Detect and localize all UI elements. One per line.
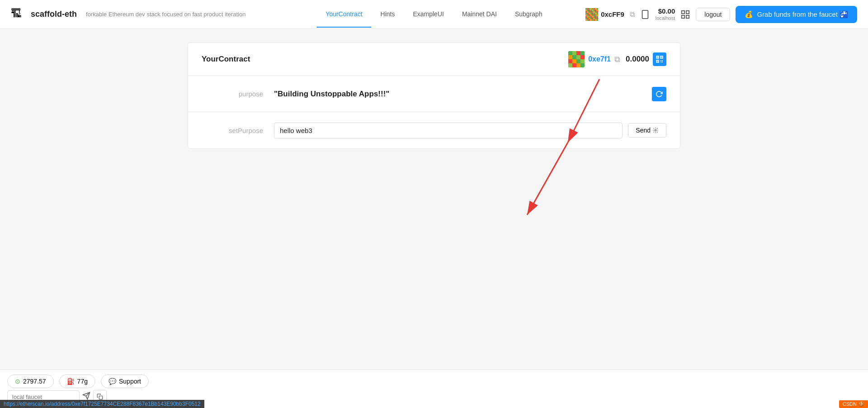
header-right: 0xcFF9 ⧉ $0.00 localhost logout 💰 Grab f… xyxy=(585,6,857,23)
nav-item-subgraph[interactable]: Subgraph xyxy=(506,1,552,28)
svg-rect-50 xyxy=(589,18,590,19)
svg-rect-33 xyxy=(587,14,589,16)
svg-rect-85 xyxy=(568,63,572,67)
svg-rect-95 xyxy=(660,60,661,61)
svg-rect-41 xyxy=(587,16,589,18)
contract-qr-button[interactable] xyxy=(653,52,666,66)
svg-rect-80 xyxy=(580,55,585,59)
purpose-label: purpose xyxy=(202,90,274,98)
svg-rect-44 xyxy=(592,16,594,18)
status-url: https://etherscan.io/address/0xe7f1725E7… xyxy=(4,401,201,407)
svg-rect-19 xyxy=(590,11,592,13)
svg-rect-69 xyxy=(686,15,689,18)
gas-icon: ⛽ xyxy=(67,378,75,385)
svg-rect-83 xyxy=(576,59,580,63)
svg-rect-25 xyxy=(587,13,589,14)
eth-balance-chip[interactable]: ⊙ 2797.57 xyxy=(7,375,54,388)
svg-rect-81 xyxy=(568,59,572,63)
purpose-refresh-button[interactable] xyxy=(652,87,666,101)
wallet-balance: $0.00 xyxy=(658,7,675,15)
support-icon: 💬 xyxy=(108,378,116,385)
svg-rect-51 xyxy=(590,18,592,19)
svg-rect-48 xyxy=(585,18,587,19)
svg-rect-75 xyxy=(576,51,580,55)
svg-rect-18 xyxy=(589,11,590,13)
svg-rect-17 xyxy=(587,11,589,13)
svg-rect-12 xyxy=(592,9,594,11)
svg-rect-66 xyxy=(682,10,684,13)
nav-item-exampleui[interactable]: ExampleUI xyxy=(404,1,453,28)
svg-rect-31 xyxy=(597,13,599,14)
svg-rect-47 xyxy=(597,16,599,18)
header: 🏗 scaffold-eth forkable Ethereum dev sta… xyxy=(0,0,868,29)
purpose-value: "Building Unstoppable Apps!!!" xyxy=(274,90,652,99)
svg-rect-82 xyxy=(572,59,576,63)
svg-rect-102 xyxy=(99,396,103,399)
svg-rect-9 xyxy=(587,9,589,11)
faucet-label: Grab funds from the faucet 🚰 xyxy=(757,10,848,19)
svg-rect-73 xyxy=(568,51,572,55)
svg-rect-46 xyxy=(595,16,597,18)
svg-rect-1 xyxy=(587,8,589,10)
svg-rect-57 xyxy=(587,19,589,21)
contract-copy-button[interactable]: ⧉ xyxy=(614,55,620,64)
copy-icon xyxy=(97,394,103,400)
eth-balance-value: 2797.57 xyxy=(23,378,46,385)
gas-value: 77g xyxy=(77,378,88,385)
svg-rect-29 xyxy=(594,13,595,14)
svg-rect-38 xyxy=(595,14,597,16)
svg-rect-68 xyxy=(682,15,684,18)
svg-rect-90 xyxy=(657,57,658,58)
gas-chip[interactable]: ⛽ 77g xyxy=(59,375,95,388)
copy-address-button[interactable]: ⧉ xyxy=(630,10,635,19)
svg-rect-78 xyxy=(572,55,576,59)
svg-rect-37 xyxy=(594,14,595,16)
faucet-button[interactable]: 💰 Grab funds from the faucet 🚰 xyxy=(736,6,857,23)
svg-rect-23 xyxy=(597,11,599,13)
contract-header: YourContract xyxy=(188,43,680,76)
support-chip[interactable]: 💬 Support xyxy=(101,375,149,388)
svg-rect-4 xyxy=(592,8,594,10)
setpurpose-input[interactable] xyxy=(274,123,623,138)
svg-rect-39 xyxy=(597,14,599,16)
nav-item-hints[interactable]: Hints xyxy=(372,1,404,28)
svg-rect-87 xyxy=(576,63,580,67)
svg-rect-88 xyxy=(580,63,585,67)
main-content: YourContract xyxy=(0,29,868,408)
svg-rect-0 xyxy=(585,8,587,10)
svg-rect-14 xyxy=(595,9,597,11)
nav-item-mainnetdai[interactable]: Mainnet DAI xyxy=(453,1,506,28)
logout-button[interactable]: logout xyxy=(696,8,730,21)
svg-rect-22 xyxy=(595,11,597,13)
svg-rect-8 xyxy=(585,9,587,11)
svg-rect-26 xyxy=(589,13,590,14)
svg-rect-55 xyxy=(597,18,599,19)
send-icon xyxy=(652,127,659,133)
svg-rect-84 xyxy=(580,59,585,63)
svg-rect-74 xyxy=(572,51,576,55)
svg-rect-86 xyxy=(572,63,576,67)
svg-point-99 xyxy=(655,129,656,131)
contract-title: YourContract xyxy=(202,55,250,64)
svg-rect-36 xyxy=(592,14,594,16)
bottom-controls: ⊙ 2797.57 ⛽ 77g 💬 Support xyxy=(7,375,861,388)
svg-rect-94 xyxy=(657,61,658,62)
support-label: Support xyxy=(119,378,141,385)
wallet-avatar-icon xyxy=(585,8,598,21)
send-button[interactable]: Send xyxy=(628,123,666,138)
svg-rect-61 xyxy=(594,19,595,21)
nav-item-yourcontract[interactable]: YourContract xyxy=(316,1,371,28)
svg-rect-42 xyxy=(589,16,590,18)
svg-rect-98 xyxy=(662,62,663,62)
app-subtitle: forkable Ethereum dev stack focused on f… xyxy=(86,11,245,18)
svg-rect-77 xyxy=(568,55,572,59)
balance-info: $0.00 localhost xyxy=(656,7,675,21)
svg-rect-10 xyxy=(589,9,590,11)
svg-rect-34 xyxy=(589,14,590,16)
svg-rect-32 xyxy=(585,14,587,16)
purpose-actions xyxy=(652,87,666,101)
svg-rect-62 xyxy=(595,19,597,21)
purpose-row: purpose "Building Unstoppable Apps!!!" xyxy=(188,76,680,112)
svg-rect-20 xyxy=(592,11,594,13)
svg-rect-43 xyxy=(590,16,592,18)
